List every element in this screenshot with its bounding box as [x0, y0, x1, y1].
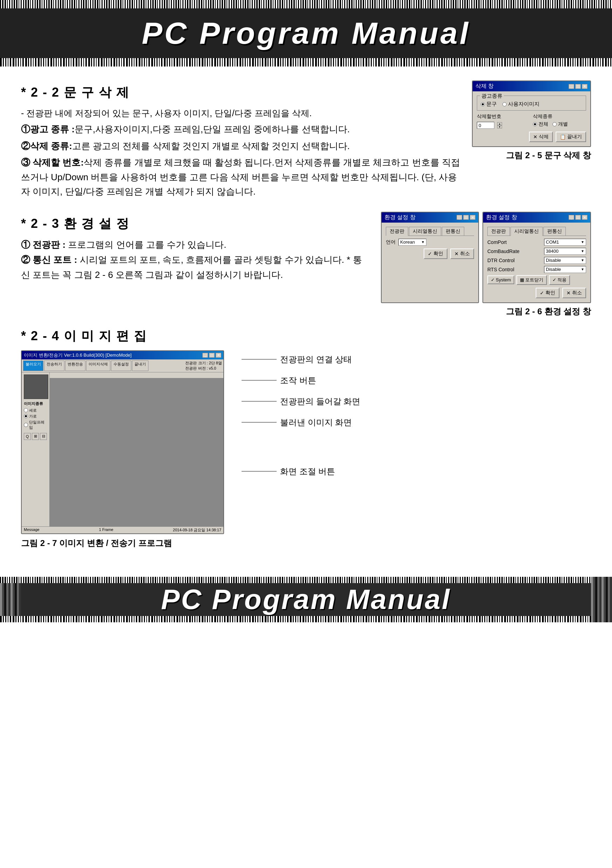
- radio-all[interactable]: 전체: [533, 121, 548, 127]
- port-close-button[interactable]: ▦ 포트닫기: [516, 275, 547, 285]
- comport-label: ComPort: [487, 239, 516, 245]
- delete-dialog-title: 삭제 창: [475, 82, 494, 90]
- delete-type-radios: 전체 개별: [533, 121, 586, 127]
- combaud-select[interactable]: 38400 ▼: [544, 248, 586, 255]
- tab-line[interactable]: 편통신: [442, 227, 464, 236]
- env-left-confirm[interactable]: ✓ 확인: [424, 248, 447, 259]
- delete-number-label: 삭제할번호: [477, 113, 530, 120]
- check-icon: ✓: [491, 277, 495, 282]
- ie-radio-mirror[interactable]: 가로: [24, 414, 47, 419]
- env-right-title: 환경 설정 창: [486, 214, 517, 221]
- delete-type-label: 삭제종류: [533, 113, 586, 120]
- spin-down[interactable]: ▼: [497, 125, 502, 129]
- close-button[interactable]: ✕: [582, 84, 587, 89]
- env-right-tab-serial[interactable]: 시리얼통신: [511, 227, 543, 236]
- rts-label: RTS Control: [487, 267, 516, 272]
- sidebar-btn1[interactable]: Q: [24, 433, 31, 440]
- comport-select[interactable]: COM1 ▼: [544, 239, 586, 246]
- env-left-min[interactable]: _: [457, 215, 462, 220]
- ie-radio-mirror-circle: [24, 414, 28, 418]
- lang-label: 언어: [386, 239, 396, 245]
- env-right-max[interactable]: □: [575, 215, 581, 220]
- tab-serial[interactable]: 시리얼통신: [409, 227, 441, 236]
- apply-button[interactable]: ✓ 적용: [549, 275, 570, 285]
- sidebar-btn3[interactable]: ⊟: [40, 433, 47, 440]
- env-dialog-right: 환경 설정 창 _ □ ✕ 전광판 시리얼통신 편통신: [483, 212, 591, 303]
- env-left-max[interactable]: □: [463, 215, 469, 220]
- ie-btn-send[interactable]: 전송하기: [44, 361, 64, 371]
- ie-btn-img-delete[interactable]: 이미지삭제: [86, 361, 110, 371]
- ie-radio-detail-circle: [24, 408, 28, 412]
- dtr-select[interactable]: Disable ▼: [544, 257, 586, 264]
- ie-max[interactable]: □: [209, 353, 214, 358]
- env-right-body: 전광판 시리얼통신 편통신 ComPort COM1 ▼ C: [483, 223, 590, 302]
- ie-sidebar: 이미지종류 세로 가로 단일프레임: [22, 372, 50, 526]
- delete-button[interactable]: ✕ 삭제: [529, 132, 553, 142]
- env-right-tab-line[interactable]: 편통신: [544, 227, 566, 236]
- fig-2-7-caption: 그림 2 - 7 이미지 변환 / 전송기 프로그램: [21, 538, 224, 549]
- desc1-label: ① 전광판 :: [21, 239, 65, 250]
- tab-display[interactable]: 전광판: [386, 227, 408, 236]
- section-2-2-desc4: ③ 삭제할 번호:삭제 종류를 개별로 체크했을 때 활성화 됩니다.먼저 삭제…: [21, 155, 461, 199]
- minimize-button[interactable]: _: [569, 84, 574, 89]
- env-right-confirm[interactable]: ✓ 확인: [536, 288, 559, 298]
- delete-number-input[interactable]: 0: [477, 122, 494, 129]
- delete-type-section: 삭제할번호 0 ▲ ▼: [477, 113, 586, 129]
- combaud-arrow: ▼: [581, 249, 584, 253]
- spin-up[interactable]: ▲: [497, 122, 502, 125]
- x-icon: ✕: [454, 251, 459, 257]
- ie-btn-close[interactable]: 끝내기: [132, 361, 148, 371]
- env-left-close[interactable]: ✕: [470, 215, 475, 220]
- env-left-buttons: ✓ 확인 ✕ 취소: [386, 248, 474, 259]
- footer-barcode-top: [0, 577, 612, 583]
- ie-radio-detail[interactable]: 세로: [24, 408, 47, 413]
- ie-radio-single[interactable]: 단일프레임: [24, 420, 47, 430]
- radio-mungu-circle: [481, 102, 485, 106]
- env-right-tab-display[interactable]: 전광판: [487, 227, 510, 236]
- env-left-tabs: 전광판 시리얼통신 편통신: [386, 227, 474, 236]
- env-right-min[interactable]: _: [569, 215, 574, 220]
- env-right-close[interactable]: ✕: [582, 215, 587, 220]
- maximize-button[interactable]: □: [575, 84, 581, 89]
- desc2-label: ② 통신 포트 :: [21, 254, 77, 265]
- ie-min[interactable]: _: [202, 353, 208, 358]
- annotation-connection: 전광판의 연결 상태: [242, 354, 591, 365]
- env-right-cancel[interactable]: ✕ 취소: [562, 288, 586, 298]
- ie-info-bar: [50, 372, 224, 378]
- ie-main: [50, 372, 224, 526]
- footer-title: PC Program Manual: [161, 583, 451, 615]
- radio-mungu[interactable]: 문구: [481, 101, 497, 107]
- ie-status-frame: 1 Frame: [99, 527, 113, 533]
- dtr-row: DTR Control Disable ▼: [487, 257, 586, 264]
- ie-btn-load[interactable]: 불러오기: [23, 361, 43, 371]
- desc1-text: 프로그램의 언어를 고를 수가 있습니다.: [68, 239, 226, 250]
- rts-select[interactable]: Disable ▼: [544, 266, 586, 273]
- ie-btn-auto[interactable]: 수동설정: [111, 361, 131, 371]
- section-2-2-desc1: - 전광판 내에 저장되어 있는 문구, 사용자 이미지, 단일/다중 프레임을…: [21, 106, 461, 120]
- system-button[interactable]: ✓ System: [487, 276, 514, 284]
- section-2-3-text: * 2 - 3 환 경 설 정 ① 전광판 : 프로그램의 언어를 고를 수가 …: [21, 212, 370, 317]
- radio-user-image[interactable]: 사용자이미지: [502, 101, 539, 107]
- section-2-3-right: 환경 설정 창 _ □ ✕ 전광판 시리얼통신 편통신: [381, 212, 591, 317]
- header-inner: PC Program Manual: [0, 8, 612, 58]
- toolbar-spacer: [149, 361, 185, 371]
- image-editor-window: 이미지 변환/전송기 Ver:1.0.6 Build(300) [DemoMod…: [21, 350, 224, 549]
- sidebar-btn2[interactable]: ⊞: [32, 433, 39, 440]
- delete-type-right: 삭제종류 전체 개별: [533, 113, 586, 127]
- delete-icon: ✕: [533, 134, 537, 140]
- combaud-row: ComBaudRate 38400 ▼: [487, 248, 586, 255]
- lang-select[interactable]: Korean ▼: [398, 239, 426, 246]
- ie-close[interactable]: ✕: [216, 353, 221, 358]
- ie-btn-convert[interactable]: 변환전송: [65, 361, 85, 371]
- radio-individual[interactable]: 개별: [553, 121, 568, 127]
- delete-type-left: 삭제할번호 0 ▲ ▼: [477, 113, 530, 129]
- ie-radio-single-circle: [24, 423, 28, 427]
- ie-status: Message 1 Frame 2014-09-18 금요일 14:38:17: [22, 526, 224, 533]
- radio-user-image-circle: [502, 102, 506, 106]
- checkmark-icon: ✓: [428, 251, 432, 257]
- exit-button[interactable]: 📋 끝내기: [556, 132, 586, 142]
- barcode-top: [0, 0, 612, 8]
- env-left-cancel[interactable]: ✕ 취소: [450, 248, 474, 259]
- page-footer: PC Program Manual: [0, 577, 612, 622]
- ie-title: 이미지 변환/전송기 Ver:1.0.6 Build(300) [DemoMod…: [24, 352, 132, 358]
